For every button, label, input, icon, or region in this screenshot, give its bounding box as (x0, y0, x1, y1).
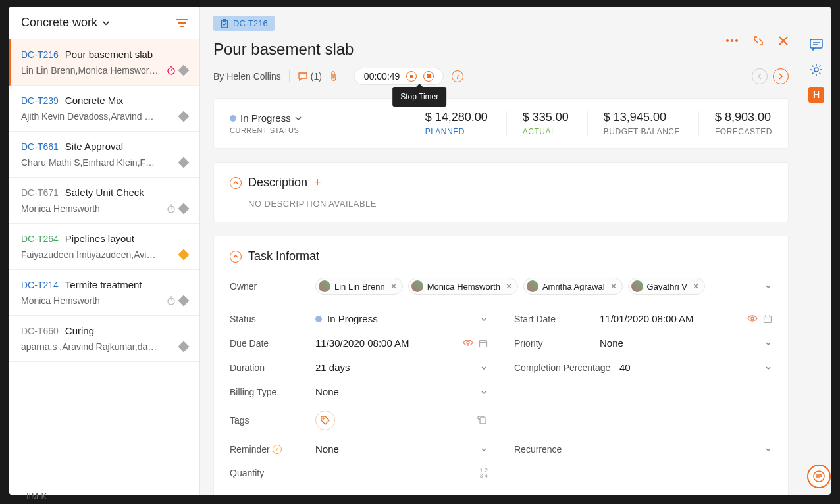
visibility-icon[interactable] (463, 339, 473, 348)
calendar-icon[interactable] (479, 339, 488, 348)
collapse-toggle[interactable] (230, 251, 242, 263)
close-icon[interactable] (778, 36, 789, 46)
owner-expand[interactable] (764, 282, 772, 290)
task-item-title: Site Approval (65, 141, 123, 152)
start-date-field[interactable]: 11/01/2020 08:00 AM (600, 313, 747, 324)
task-item[interactable]: DC-T660Curingaparna.s ,Aravind Rajkumar,… (9, 316, 199, 362)
task-item-title: Concrete Mix (65, 95, 123, 106)
help-button[interactable]: H (808, 87, 824, 103)
no-description-text: NO DESCRIPTION AVAILABLE (248, 199, 772, 209)
chevron-down-icon (101, 18, 111, 28)
priority-diamond-icon (178, 157, 190, 168)
task-assignees: Monica Hemsworth (21, 203, 100, 214)
pause-timer-button[interactable] (423, 71, 434, 82)
info-icon[interactable]: i (452, 70, 463, 82)
priority-field[interactable]: None (600, 338, 764, 349)
task-sidebar: Concrete work DC-T216Pour basement slabL… (9, 7, 200, 495)
svg-rect-29 (810, 39, 822, 48)
status-dropdown[interactable]: In Progress (230, 113, 302, 124)
owner-chip[interactable]: Amritha Agrawal✕ (523, 278, 623, 295)
task-item-title: Safety Unit Check (65, 187, 144, 198)
task-item[interactable]: DC-T214Termite treatmentMonica Hemsworth (9, 270, 199, 316)
task-id: DC-T264 (21, 234, 59, 244)
avatar (527, 280, 538, 292)
priority-diamond-icon (178, 203, 190, 214)
svg-point-13 (731, 39, 733, 42)
status-dot-icon (230, 115, 236, 122)
task-item[interactable]: DC-T264Pipelines layoutFaiyazudeen Imtiy… (9, 224, 199, 270)
clipboard-icon (220, 19, 229, 28)
list-icon[interactable]: 1 23 4 (479, 468, 488, 478)
duration-field[interactable]: 21 days (315, 362, 480, 373)
task-info-section: Task Informat Owner Lin Lin Brenn✕Monica… (213, 236, 789, 495)
owner-field[interactable]: Lin Lin Brenn✕Monica Hemsworth✕Amritha A… (315, 278, 764, 295)
chevron-down-icon[interactable] (480, 445, 488, 453)
task-id: DC-T216 (21, 49, 59, 60)
task-id: DC-T671 (21, 188, 59, 198)
next-task-button[interactable] (773, 68, 789, 84)
reminder-field[interactable]: None (315, 443, 480, 455)
task-id: DC-T660 (21, 326, 59, 336)
calendar-icon[interactable] (763, 315, 772, 324)
more-menu-icon[interactable] (725, 39, 739, 43)
money-col: $ 13,945.00BUDGET BALANCE (587, 111, 680, 136)
filter-icon[interactable] (176, 18, 188, 28)
chevron-down-icon[interactable] (764, 445, 772, 453)
remove-owner-icon[interactable]: ✕ (693, 282, 699, 291)
owner-chip[interactable]: Gayathri V✕ (628, 278, 705, 295)
billing-field[interactable]: None (315, 386, 480, 397)
due-date-field[interactable]: 11/30/2020 08:00 AM (315, 338, 463, 349)
task-list: DC-T216Pour basement slabLin Lin Brenn,M… (9, 39, 199, 495)
settings-icon[interactable] (808, 62, 824, 78)
collapse-toggle[interactable] (230, 177, 242, 189)
task-id-badge[interactable]: DC-T216 (213, 16, 275, 31)
right-rail: H (802, 13, 831, 103)
chevron-down-icon[interactable] (764, 340, 772, 347)
money-col: $ 335.00ACTUAL (506, 111, 569, 136)
status-field[interactable]: In Progress (315, 313, 480, 324)
priority-diamond-icon (178, 111, 190, 122)
money-col: $ 14,280.00PLANNED (409, 111, 488, 136)
remove-owner-icon[interactable]: ✕ (390, 282, 397, 291)
task-item-title: Pour basement slab (65, 49, 153, 60)
timer-icon (167, 296, 176, 305)
owner-label: Owner (230, 281, 315, 291)
reminder-info-icon[interactable]: i (273, 445, 282, 454)
chat-icon[interactable] (808, 37, 824, 53)
sidebar-filter-dropdown[interactable]: Concrete work (21, 16, 111, 30)
tag-icon (321, 416, 330, 425)
svg-rect-18 (480, 340, 487, 347)
expand-icon[interactable] (753, 36, 764, 46)
remove-owner-icon[interactable]: ✕ (506, 282, 512, 291)
prev-task-button[interactable] (752, 68, 768, 84)
task-item[interactable]: DC-T661Site ApprovalCharu Mathi S,Einhar… (9, 132, 199, 178)
timer-value: 00:00:49 (364, 71, 400, 82)
task-id: DC-T214 (21, 280, 59, 290)
comments-button[interactable]: (1) (298, 71, 322, 82)
svg-point-12 (726, 39, 729, 42)
owner-chip[interactable]: Monica Hemsworth✕ (408, 278, 518, 295)
task-assignees: Faiyazudeen Imtiyazudeen,Avinash ... (21, 249, 159, 260)
remove-owner-icon[interactable]: ✕ (610, 282, 617, 291)
task-assignees: Charu Mathi S,Einhard Klein,Fathima... (21, 157, 159, 168)
completion-field[interactable]: 40 (619, 362, 764, 373)
copy-tags-icon[interactable] (477, 416, 488, 425)
stop-timer-button[interactable] (406, 71, 417, 82)
owner-chip[interactable]: Lin Lin Brenn✕ (315, 278, 403, 295)
task-detail-modal: Concrete work DC-T216Pour basement slabL… (9, 7, 831, 495)
chevron-down-icon[interactable] (480, 388, 488, 396)
attachment-button[interactable] (330, 71, 338, 82)
description-section: Description + NO DESCRIPTION AVAILABLE (213, 162, 789, 222)
chevron-down-icon[interactable] (480, 364, 488, 372)
add-description-button[interactable]: + (314, 176, 321, 189)
task-item[interactable]: DC-T239Concrete MixAjith Kevin Devadoss,… (9, 86, 199, 132)
add-tag-button[interactable] (315, 411, 335, 430)
fab-button[interactable] (807, 465, 831, 488)
task-item[interactable]: DC-T216Pour basement slabLin Lin Brenn,M… (9, 39, 199, 86)
visibility-icon[interactable] (747, 315, 758, 324)
task-item[interactable]: DC-T671Safety Unit CheckMonica Hemsworth (9, 178, 199, 224)
status-bar: In Progress CURRENT STATUS $ 14,280.00PL… (213, 98, 789, 149)
chevron-down-icon[interactable] (764, 364, 772, 372)
chevron-down-icon[interactable] (480, 315, 488, 323)
timer-control: 00:00:49 Stop Timer (354, 68, 444, 85)
